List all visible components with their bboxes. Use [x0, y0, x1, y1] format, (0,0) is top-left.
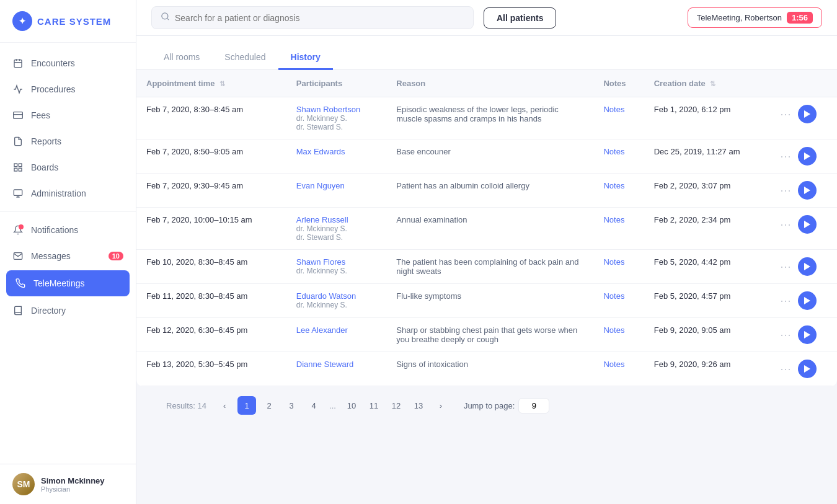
notes-link[interactable]: Notes: [603, 147, 624, 156]
participant-link[interactable]: Shawn Robertson: [296, 105, 377, 114]
sidebar-item-encounters[interactable]: Encounters: [0, 50, 136, 76]
tabs: All rooms Scheduled History: [136, 36, 837, 70]
notes-cell: Notes: [593, 174, 644, 208]
sidebar-item-messages[interactable]: Messages 10: [0, 243, 136, 269]
next-page-button[interactable]: ›: [432, 396, 450, 415]
participants-cell: Dianne Steward: [286, 352, 387, 386]
page-btn-3[interactable]: 3: [282, 396, 301, 415]
participant-link[interactable]: Arlene Russell: [296, 215, 377, 224]
actions-cell: ···: [771, 250, 837, 284]
sidebar-user: SM Simon Mckinney Physician: [0, 464, 136, 504]
notes-link[interactable]: Notes: [603, 257, 624, 267]
page-btn-12[interactable]: 12: [387, 396, 405, 415]
notes-link[interactable]: Notes: [603, 181, 624, 190]
reason-cell: Flu-like symptoms: [386, 284, 593, 318]
sidebar-item-telemeetings[interactable]: TeleMeetings: [6, 270, 130, 296]
telemeting-timer: 1:56: [787, 12, 813, 24]
notes-link[interactable]: Notes: [603, 105, 624, 114]
book-icon: [12, 305, 24, 316]
play-button[interactable]: [798, 291, 817, 310]
play-button[interactable]: [798, 215, 817, 234]
play-button[interactable]: [798, 257, 817, 276]
more-actions-button[interactable]: ···: [781, 218, 792, 231]
doctor-name: dr. Mckinney S.: [296, 267, 377, 275]
more-actions-button[interactable]: ···: [781, 184, 792, 197]
page-btn-13[interactable]: 13: [409, 396, 428, 415]
notes-link[interactable]: Notes: [603, 360, 624, 369]
appointment-time-cell: Feb 11, 2020, 8:30–8:45 am: [136, 284, 286, 318]
tab-history[interactable]: History: [278, 46, 333, 70]
svg-marker-15: [804, 110, 810, 118]
svg-rect-0: [14, 60, 22, 68]
sidebar-item-label: Directory: [31, 306, 66, 316]
col-participants: Participants: [286, 70, 387, 97]
page-btn-4[interactable]: 4: [304, 396, 323, 415]
sidebar-item-directory[interactable]: Directory: [0, 298, 136, 324]
sidebar-item-fees[interactable]: Fees: [0, 102, 136, 128]
avatar: SM: [12, 473, 35, 495]
creation-date-cell: Feb 5, 2020, 4:42 pm: [644, 250, 771, 284]
svg-rect-10: [14, 190, 22, 195]
play-button[interactable]: [798, 105, 817, 123]
more-actions-button[interactable]: ···: [781, 294, 792, 307]
col-reason: Reason: [386, 70, 593, 97]
appointment-time-cell: Feb 13, 2020, 5:30–5:45 pm: [136, 352, 286, 386]
table-row: Feb 13, 2020, 5:30–5:45 pmDianne Steward…: [136, 352, 837, 386]
appointment-time-cell: Feb 7, 2020, 9:30–9:45 am: [136, 174, 286, 208]
appointment-time-cell: Feb 7, 2020, 8:30–8:45 am: [136, 97, 286, 139]
sidebar-item-boards[interactable]: Boards: [0, 154, 136, 180]
col-creation-date[interactable]: Creation date ⇅: [644, 70, 771, 97]
actions-cell: ···: [771, 97, 837, 139]
participant-link[interactable]: Shawn Flores: [296, 257, 377, 267]
page-btn-2[interactable]: 2: [260, 396, 278, 415]
file-icon: [12, 136, 24, 147]
messages-badge: 10: [108, 252, 123, 260]
doctor-name: dr. Mckinney S.: [296, 114, 377, 123]
logo-text: CARE SYSTEM: [37, 16, 111, 27]
participant-link[interactable]: Lee Alexander: [296, 325, 377, 335]
play-button[interactable]: [798, 147, 817, 166]
logo-icon: ✦: [12, 11, 32, 31]
table-row: Feb 7, 2020, 8:50–9:05 amMax EdwardsBase…: [136, 139, 837, 174]
play-button[interactable]: [798, 325, 817, 344]
prev-page-button[interactable]: ‹: [215, 396, 234, 415]
more-actions-button[interactable]: ···: [781, 108, 792, 121]
sidebar-item-label: Messages: [31, 251, 71, 261]
tab-all-rooms[interactable]: All rooms: [151, 46, 212, 70]
sidebar-nav: Encounters Procedures Fees Reports: [0, 43, 136, 464]
play-button[interactable]: [798, 181, 817, 200]
page-btn-1[interactable]: 1: [237, 396, 256, 415]
participant-link[interactable]: Eduardo Watson: [296, 291, 377, 301]
sidebar-item-reports[interactable]: Reports: [0, 128, 136, 154]
more-actions-button[interactable]: ···: [781, 260, 792, 273]
col-appointment-time[interactable]: Appointment time ⇅: [136, 70, 286, 97]
sidebar-item-notifications[interactable]: Notifications: [0, 217, 136, 243]
play-button[interactable]: [798, 360, 817, 378]
calendar-icon: [12, 58, 24, 69]
sidebar-item-procedures[interactable]: Procedures: [0, 76, 136, 102]
table-row: Feb 10, 2020, 8:30–8:45 amShawn Floresdr…: [136, 250, 837, 284]
sort-icon-2: ⇅: [710, 80, 715, 87]
page-btn-10[interactable]: 10: [342, 396, 361, 415]
participant-link[interactable]: Max Edwards: [296, 147, 377, 156]
page-btn-11[interactable]: 11: [365, 396, 383, 415]
more-actions-button[interactable]: ···: [781, 363, 792, 376]
sidebar-logo: ✦ CARE SYSTEM: [0, 0, 136, 43]
search-input[interactable]: [175, 13, 464, 23]
tab-scheduled[interactable]: Scheduled: [212, 46, 278, 70]
jump-to-page-input[interactable]: [518, 398, 549, 413]
notes-cell: Notes: [593, 352, 644, 386]
search-box[interactable]: [151, 6, 474, 29]
bell-icon: [12, 224, 24, 236]
participant-link[interactable]: Dianne Steward: [296, 360, 377, 369]
all-patients-button[interactable]: All patients: [484, 7, 556, 29]
notes-link[interactable]: Notes: [603, 325, 624, 335]
participant-link[interactable]: Evan Nguyen: [296, 181, 377, 190]
sidebar-item-administration[interactable]: Administration: [0, 180, 136, 206]
participants-cell: Shawn Floresdr. Mckinney S.: [286, 250, 387, 284]
more-actions-button[interactable]: ···: [781, 150, 792, 163]
notes-link[interactable]: Notes: [603, 291, 624, 301]
notes-link[interactable]: Notes: [603, 215, 624, 224]
more-actions-button[interactable]: ···: [781, 329, 792, 342]
participants-cell: Max Edwards: [286, 139, 387, 174]
